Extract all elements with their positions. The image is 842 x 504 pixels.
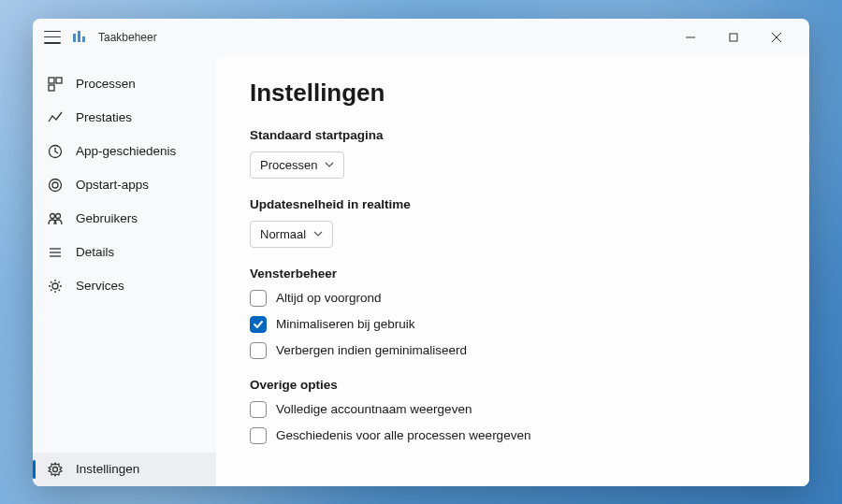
chevron-down-icon (313, 229, 323, 238)
minimize-button[interactable] (669, 22, 712, 52)
checkbox[interactable] (250, 290, 267, 307)
checkbox-label: Volledige accountnaam weergeven (276, 402, 472, 416)
other-option-0[interactable]: Volledige accountnaam weergeven (250, 401, 776, 418)
startup-icon (48, 178, 63, 193)
svg-point-13 (51, 213, 55, 218)
checkbox-label: Minimaliseren bij gebruik (276, 317, 415, 331)
svg-rect-0 (73, 34, 76, 42)
select-value: Normaal (260, 227, 306, 241)
checkbox[interactable] (250, 401, 267, 418)
maximize-button[interactable] (712, 22, 755, 52)
history-icon (48, 144, 63, 159)
hamburger-icon[interactable] (44, 31, 61, 44)
sidebar-item-opstart-apps[interactable]: Opstart-apps (33, 168, 216, 202)
window-mgmt-option-1[interactable]: Minimaliseren bij gebruik (250, 316, 776, 333)
sidebar-item-details[interactable]: Details (33, 236, 216, 269)
app-window: Taakbeheer Processen Prestat (33, 19, 809, 486)
page-title: Instellingen (250, 79, 776, 108)
svg-point-14 (56, 213, 61, 218)
svg-point-18 (52, 283, 58, 289)
sidebar-item-label: Processen (76, 77, 136, 91)
checkbox-label: Geschiedenis voor alle processen weergev… (276, 428, 530, 442)
performance-icon (48, 110, 63, 125)
sidebar-item-label: Gebruikers (76, 211, 138, 225)
svg-rect-1 (78, 31, 80, 42)
sidebar-item-label: Instellingen (76, 462, 139, 476)
sidebar-item-app-geschiedenis[interactable]: App-geschiedenis (33, 135, 216, 168)
content-area: Instellingen Standaard startpagina Proce… (216, 56, 809, 486)
sidebar-item-label: Details (76, 245, 114, 259)
sidebar-item-label: Prestaties (76, 110, 132, 124)
app-icon (72, 30, 87, 45)
app-title: Taakbeheer (98, 31, 157, 44)
checkbox-label: Verbergen indien geminimaliseerd (276, 343, 467, 357)
sidebar-item-label: Opstart-apps (76, 178, 149, 192)
checkbox[interactable] (250, 316, 267, 333)
section-window-mgmt-label: Vensterbeheer (250, 266, 776, 281)
sidebar-item-processen[interactable]: Processen (33, 67, 216, 101)
section-other-label: Overige opties (250, 378, 776, 392)
svg-point-12 (50, 179, 62, 191)
window-mgmt-option-0[interactable]: Altijd op voorgrond (250, 290, 776, 307)
sidebar-item-label: Services (76, 279, 124, 293)
users-icon (48, 211, 63, 226)
default-page-select[interactable]: Processen (250, 151, 344, 179)
update-speed-select[interactable]: Normaal (250, 221, 333, 248)
titlebar: Taakbeheer (33, 19, 809, 56)
settings-icon (48, 462, 63, 477)
section-update-speed-label: Updatesnelheid in realtime (250, 197, 776, 211)
svg-rect-9 (49, 85, 54, 91)
checkbox[interactable] (250, 342, 267, 359)
svg-rect-4 (730, 34, 737, 41)
details-icon (48, 245, 63, 260)
other-option-1[interactable]: Geschiedenis voor alle processen weergev… (250, 427, 776, 444)
checkbox-label: Altijd op voorgrond (276, 291, 382, 305)
svg-point-11 (52, 182, 58, 188)
chevron-down-icon (325, 160, 334, 169)
svg-point-19 (53, 467, 58, 471)
svg-rect-7 (49, 78, 54, 83)
sidebar: Processen Prestaties App-geschiedenis Op… (33, 56, 216, 486)
close-button[interactable] (755, 22, 798, 52)
svg-rect-8 (56, 78, 62, 83)
services-icon (48, 279, 63, 294)
sidebar-item-instellingen[interactable]: Instellingen (33, 453, 216, 486)
sidebar-item-gebruikers[interactable]: Gebruikers (33, 202, 216, 236)
sidebar-item-label: App-geschiedenis (76, 144, 176, 158)
select-value: Processen (260, 158, 317, 172)
checkbox[interactable] (250, 427, 267, 444)
sidebar-item-services[interactable]: Services (33, 269, 216, 303)
section-default-page-label: Standaard startpagina (250, 128, 776, 142)
sidebar-item-prestaties[interactable]: Prestaties (33, 101, 216, 135)
window-mgmt-option-2[interactable]: Verbergen indien geminimaliseerd (250, 342, 776, 359)
svg-rect-2 (82, 36, 85, 42)
processes-icon (48, 77, 63, 92)
